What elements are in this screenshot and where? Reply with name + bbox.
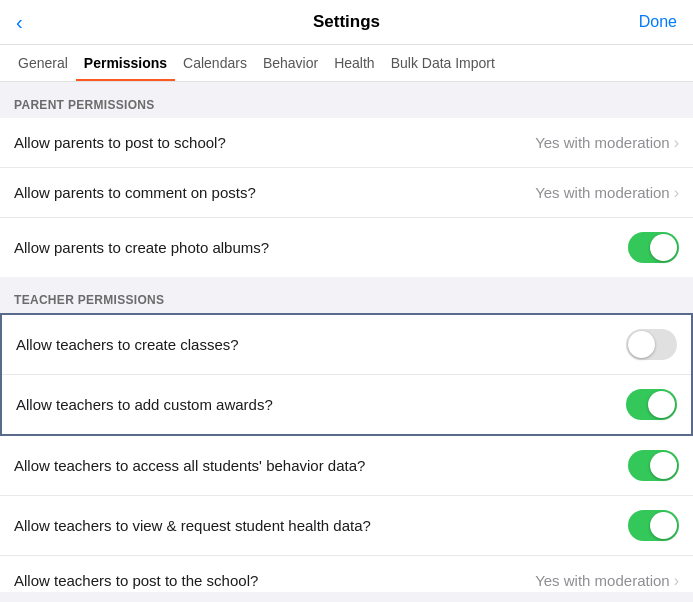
toggle-teachers-behavior[interactable]: [628, 450, 679, 481]
toggle-parents-albums[interactable]: [628, 232, 679, 263]
toggle-knob-teachers-awards: [648, 391, 675, 418]
done-button[interactable]: Done: [639, 13, 677, 31]
parent-permissions-group: Allow parents to post to school? Yes wit…: [0, 118, 693, 277]
toggle-knob-teachers-health: [650, 512, 677, 539]
row-label-teachers-post: Allow teachers to post to the school?: [14, 572, 535, 589]
row-value-teachers-post[interactable]: Yes with moderation ›: [535, 572, 679, 590]
tab-behavior[interactable]: Behavior: [255, 45, 326, 81]
toggle-knob-teachers-behavior: [650, 452, 677, 479]
row-teachers-awards: Allow teachers to add custom awards?: [2, 375, 691, 434]
tab-permissions[interactable]: Permissions: [76, 45, 175, 81]
row-value-text-parents-comment: Yes with moderation: [535, 184, 670, 201]
content-area: Parent Permissions Allow parents to post…: [0, 82, 693, 592]
page-title: Settings: [313, 12, 380, 32]
row-label-parents-post: Allow parents to post to school?: [14, 134, 535, 151]
row-label-teachers-classes: Allow teachers to create classes?: [16, 336, 626, 353]
toggle-teachers-awards[interactable]: [626, 389, 677, 420]
row-label-teachers-awards: Allow teachers to add custom awards?: [16, 396, 626, 413]
tab-calendars[interactable]: Calendars: [175, 45, 255, 81]
row-value-text-parents-post: Yes with moderation: [535, 134, 670, 151]
row-label-parents-albums: Allow parents to create photo albums?: [14, 239, 628, 256]
row-teachers-health: Allow teachers to view & request student…: [0, 496, 693, 556]
toggle-teachers-health[interactable]: [628, 510, 679, 541]
parent-permissions-header: Parent Permissions: [0, 82, 693, 118]
row-value-parents-post[interactable]: Yes with moderation ›: [535, 134, 679, 152]
chevron-icon-parents-post: ›: [674, 134, 679, 152]
row-value-text-teachers-post: Yes with moderation: [535, 572, 670, 589]
row-label-teachers-behavior: Allow teachers to access all students' b…: [14, 457, 628, 474]
tab-bar: General Permissions Calendars Behavior H…: [0, 45, 693, 82]
row-label-teachers-health: Allow teachers to view & request student…: [14, 517, 628, 534]
row-parents-comment: Allow parents to comment on posts? Yes w…: [0, 168, 693, 218]
teacher-highlighted-group: Allow teachers to create classes? Allow …: [0, 313, 693, 436]
tab-bulk-data-import[interactable]: Bulk Data Import: [383, 45, 503, 81]
toggle-knob-teachers-classes: [628, 331, 655, 358]
row-value-parents-comment[interactable]: Yes with moderation ›: [535, 184, 679, 202]
teacher-permissions-header: Teacher Permissions: [0, 277, 693, 313]
row-teachers-classes: Allow teachers to create classes?: [2, 315, 691, 375]
header: ‹ Settings Done: [0, 0, 693, 45]
tab-health[interactable]: Health: [326, 45, 382, 81]
teacher-permissions-group: Allow teachers to access all students' b…: [0, 436, 693, 592]
row-parents-post: Allow parents to post to school? Yes wit…: [0, 118, 693, 168]
row-teachers-behavior: Allow teachers to access all students' b…: [0, 436, 693, 496]
tab-general[interactable]: General: [10, 45, 76, 81]
row-teachers-post: Allow teachers to post to the school? Ye…: [0, 556, 693, 592]
chevron-icon-parents-comment: ›: [674, 184, 679, 202]
row-parents-albums: Allow parents to create photo albums?: [0, 218, 693, 277]
toggle-teachers-classes[interactable]: [626, 329, 677, 360]
back-button[interactable]: ‹: [16, 11, 23, 34]
toggle-knob-parents-albums: [650, 234, 677, 261]
chevron-icon-teachers-post: ›: [674, 572, 679, 590]
row-label-parents-comment: Allow parents to comment on posts?: [14, 184, 535, 201]
